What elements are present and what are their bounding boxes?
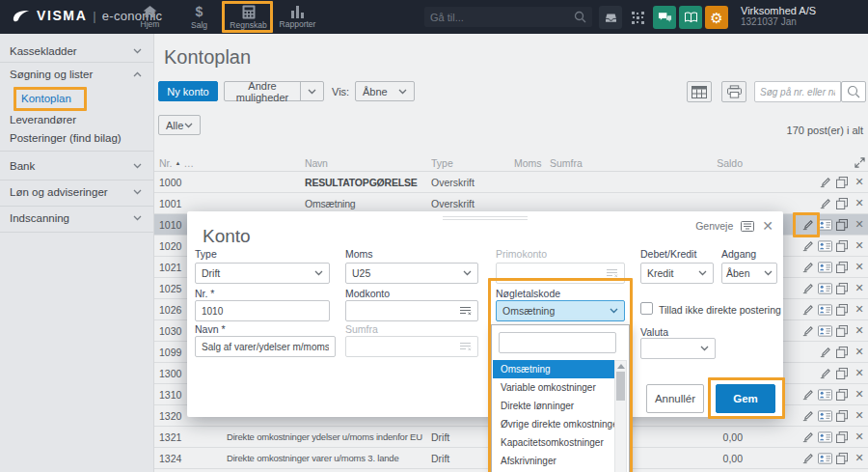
close-icon[interactable]: ✕ — [762, 219, 773, 233]
valuta-select[interactable] — [640, 338, 716, 359]
delete-icon[interactable]: ✕ — [851, 322, 868, 340]
delete-icon[interactable]: ✕ — [851, 429, 868, 446]
scroll-up-icon[interactable] — [617, 364, 625, 369]
copy-icon[interactable] — [833, 386, 851, 403]
copy-icon[interactable] — [833, 344, 851, 361]
edit-icon[interactable] — [799, 280, 816, 297]
inbox-button[interactable] — [599, 6, 622, 29]
delete-icon[interactable]: ✕ — [851, 195, 868, 212]
copy-icon[interactable] — [833, 322, 851, 340]
copy-icon[interactable] — [833, 174, 851, 191]
contact-card-icon[interactable] — [816, 429, 833, 446]
noegletalskode-select[interactable]: Omsætning — [496, 300, 625, 321]
dropdown-option[interactable]: Omsætning — [493, 360, 614, 378]
nav-item-hjem[interactable]: Hjem — [125, 0, 175, 34]
type-select[interactable]: Drift — [195, 263, 330, 284]
copy-icon[interactable] — [833, 216, 851, 234]
edit-icon[interactable] — [816, 174, 833, 191]
copy-icon[interactable] — [833, 450, 851, 467]
lookup-list-icon[interactable] — [459, 306, 472, 316]
copy-icon[interactable] — [833, 237, 851, 255]
dropdown-option[interactable]: Kapacitetsomkostninger — [493, 433, 614, 452]
column-settings-button[interactable] — [687, 81, 712, 102]
navn-input[interactable] — [202, 342, 329, 352]
sidebar-item-leverandoerer[interactable]: Leverandører — [0, 110, 153, 129]
delete-icon[interactable]: ✕ — [851, 407, 868, 425]
global-search-input[interactable] — [430, 12, 570, 23]
expand-table-icon[interactable] — [851, 154, 868, 172]
contact-card-icon[interactable] — [816, 237, 833, 255]
header-type[interactable]: Type — [431, 157, 514, 169]
dropdown-filter-input[interactable] — [499, 332, 616, 353]
edit-icon[interactable] — [816, 344, 833, 361]
sidebar-item-soegning-og-lister[interactable]: Søgning og lister — [0, 64, 153, 85]
apps-button[interactable] — [626, 6, 649, 29]
save-button[interactable]: Gem — [716, 384, 775, 413]
nav-item-rapporter[interactable]: Rapporter — [273, 0, 322, 34]
table-search-input[interactable] — [760, 87, 835, 97]
delete-icon[interactable]: ✕ — [851, 216, 868, 234]
moms-select[interactable]: U25 — [345, 263, 478, 284]
edit-icon[interactable] — [816, 195, 833, 212]
sidebar-item-posteringer[interactable]: Posteringer (find bilag) — [0, 128, 153, 148]
sidebar-item-loen-og-adviseringer[interactable]: Løn og adviseringer — [0, 181, 153, 203]
edit-icon[interactable] — [799, 237, 816, 255]
delete-icon[interactable]: ✕ — [851, 237, 868, 255]
delete-icon[interactable]: ✕ — [851, 280, 868, 297]
edit-icon[interactable] — [799, 216, 816, 234]
modkonto-input[interactable] — [352, 306, 459, 317]
edit-icon[interactable] — [799, 429, 816, 446]
sidebar-item-kassekladder[interactable]: Kassekladder — [0, 41, 153, 62]
delete-icon[interactable]: ✕ — [851, 174, 868, 191]
copy-icon[interactable] — [833, 301, 851, 319]
contact-card-icon[interactable] — [816, 322, 833, 340]
no-direct-posting-checkbox[interactable] — [640, 302, 653, 315]
dropdown-option[interactable]: Variable omkostninger — [493, 378, 614, 397]
header-navn[interactable]: Navn — [227, 157, 431, 169]
delete-icon[interactable]: ✕ — [851, 450, 868, 467]
contact-card-icon[interactable] — [816, 301, 833, 319]
dropdown-option[interactable]: Direkte lønninger — [493, 397, 614, 415]
copy-icon[interactable] — [833, 407, 851, 425]
delete-icon[interactable]: ✕ — [851, 386, 868, 403]
print-button[interactable] — [721, 81, 746, 102]
header-saldo[interactable]: Saldo — [664, 157, 745, 169]
dropdown-option[interactable]: Afskrivninger — [493, 452, 614, 470]
show-filter-select[interactable]: Åbne — [355, 81, 415, 101]
contact-card-icon[interactable] — [816, 216, 833, 234]
header-sumfra[interactable]: Sumfra — [550, 157, 664, 169]
contact-card-icon[interactable] — [816, 386, 833, 403]
delete-icon[interactable]: ✕ — [851, 365, 868, 382]
edit-icon[interactable] — [816, 365, 833, 382]
delete-icon[interactable]: ✕ — [851, 301, 868, 319]
header-moms[interactable]: Moms — [514, 157, 550, 169]
debet-kredit-select[interactable]: Kredit — [640, 263, 714, 284]
shortcuts-link[interactable]: Genveje — [695, 220, 733, 232]
copy-icon[interactable] — [833, 429, 851, 446]
sidebar-item-bank[interactable]: Bank — [0, 155, 153, 177]
help-book-button[interactable] — [679, 6, 702, 29]
contact-card-icon[interactable] — [816, 407, 833, 425]
adgang-select[interactable]: Åben — [721, 263, 777, 284]
header-nr[interactable]: Nr. ▲ … — [154, 157, 227, 169]
group-filter-select[interactable]: Alle — [158, 115, 201, 135]
edit-icon[interactable] — [799, 259, 816, 276]
search-icon[interactable] — [574, 11, 586, 23]
nav-item-salg[interactable]: $ Salg — [175, 0, 224, 34]
chevron-down-icon[interactable] — [300, 82, 323, 100]
edit-icon[interactable] — [799, 386, 816, 403]
edit-icon[interactable] — [799, 301, 816, 319]
dialog-drag-handle[interactable] — [443, 216, 528, 222]
dropdown-option[interactable]: Øvrige direkte omkostninger — [493, 415, 614, 433]
edit-icon[interactable] — [799, 322, 816, 340]
new-account-button[interactable]: Ny konto — [158, 81, 218, 101]
edit-icon[interactable] — [799, 450, 816, 467]
contact-card-icon[interactable] — [816, 259, 833, 276]
settings-button[interactable]: ⚙ — [705, 6, 728, 29]
nav-item-regnskab[interactable]: Regnskab — [224, 0, 273, 34]
copy-icon[interactable] — [833, 365, 851, 382]
contact-card-icon[interactable] — [816, 280, 833, 297]
more-options-button[interactable]: Andre muligheder — [224, 81, 324, 101]
more-columns-indicator[interactable]: … — [183, 157, 194, 169]
company-selector[interactable]: Virksomhed A/S 1321037 Jan — [741, 5, 816, 28]
